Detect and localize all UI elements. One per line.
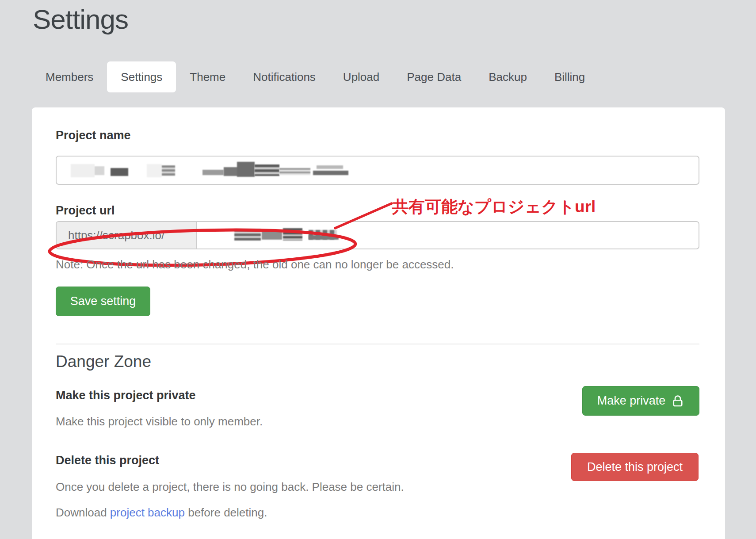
make-private-title: Make this project private: [56, 389, 196, 402]
tab-upload[interactable]: Upload: [329, 61, 393, 92]
tab-backup[interactable]: Backup: [475, 61, 541, 92]
tab-page-data[interactable]: Page Data: [393, 61, 475, 92]
project-url-input-group: https://scrapbox.io/: [56, 221, 699, 249]
lock-icon: [671, 394, 684, 408]
project-url-label: Project url: [56, 204, 115, 218]
delete-project-title: Delete this project: [56, 454, 159, 467]
settings-tab-bar: Members Settings Theme Notifications Upl…: [32, 61, 599, 92]
project-name-input[interactable]: [56, 156, 699, 185]
url-note: Note: Once the url has been changed, the…: [56, 258, 454, 271]
save-setting-button[interactable]: Save setting: [56, 287, 150, 316]
project-name-label: Project name: [56, 129, 131, 142]
backup-line-before: Download: [56, 506, 110, 519]
make-private-button[interactable]: Make private: [582, 386, 699, 416]
tab-theme[interactable]: Theme: [176, 61, 239, 92]
project-url-input[interactable]: [197, 222, 699, 248]
danger-zone-heading: Danger Zone: [56, 352, 151, 371]
page-title: Settings: [33, 4, 128, 35]
tab-members[interactable]: Members: [32, 61, 107, 92]
tab-notifications[interactable]: Notifications: [239, 61, 329, 92]
project-url-prefix: https://scrapbox.io/: [57, 222, 197, 248]
delete-project-button[interactable]: Delete this project: [571, 453, 699, 481]
backup-line-after: before deleting.: [185, 506, 267, 519]
tab-billing[interactable]: Billing: [541, 61, 599, 92]
delete-project-desc: Once you delete a project, there is no g…: [56, 480, 404, 494]
section-divider: [56, 344, 699, 344]
make-private-button-label: Make private: [597, 394, 666, 408]
backup-line: Download project backup before deleting.: [56, 506, 267, 520]
project-backup-link[interactable]: project backup: [110, 506, 185, 519]
tab-settings[interactable]: Settings: [107, 61, 176, 92]
make-private-desc: Make this project visible to only member…: [56, 415, 263, 428]
url-annotation-text: 共有可能なプロジェクトurl: [392, 196, 596, 218]
